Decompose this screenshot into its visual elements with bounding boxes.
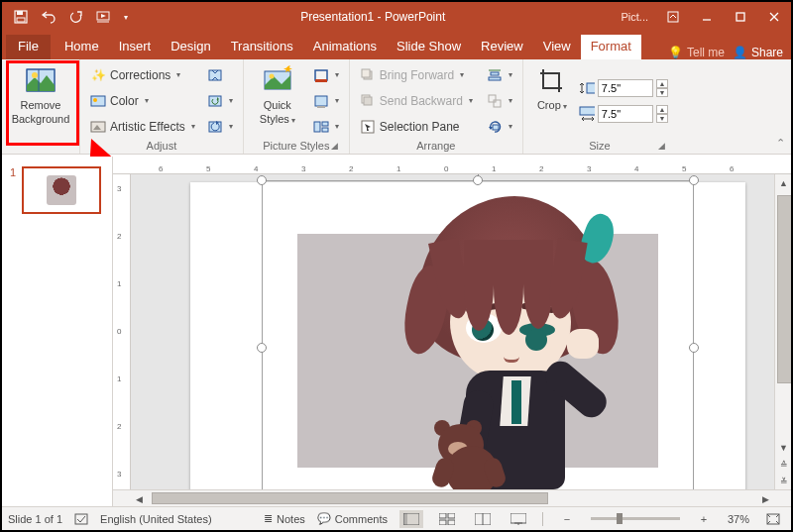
remove-background-label-2: Background (12, 113, 70, 125)
tab-view[interactable]: View (533, 35, 581, 59)
slide-canvas[interactable] (131, 174, 774, 489)
scroll-thumb-v[interactable] (777, 195, 793, 383)
quick-styles-button[interactable]: Quick Styles▾ (252, 63, 303, 138)
scroll-up-button[interactable]: ▲ (775, 174, 792, 191)
scroll-thumb-h[interactable] (152, 492, 548, 504)
remove-background-icon (25, 65, 57, 97)
bring-forward-button[interactable]: Bring Forward▾ (358, 64, 475, 86)
group-arrange-label: Arrange (358, 138, 514, 152)
scroll-down-button[interactable]: ▼ (775, 439, 792, 456)
reset-picture-button[interactable]: ▾ (205, 116, 235, 138)
normal-view-button[interactable] (399, 510, 423, 528)
svg-rect-41 (580, 107, 595, 115)
width-spinner[interactable]: ▲▼ (656, 105, 668, 123)
tab-transitions[interactable]: Transitions (221, 35, 303, 59)
minimize-button[interactable] (690, 2, 724, 32)
reading-view-button[interactable] (471, 510, 495, 528)
size-launcher[interactable]: ◢ (656, 140, 668, 152)
compress-pictures-button[interactable] (205, 64, 235, 86)
save-button[interactable] (8, 5, 34, 29)
vertical-scrollbar[interactable]: ▲ ▼ ≙ ≚ (774, 174, 791, 489)
app-window: ▾ Presentation1 - PowerPoint Pict... Fil… (0, 0, 793, 532)
tab-design[interactable]: Design (161, 35, 220, 59)
language-indicator[interactable]: English (United States) (100, 513, 212, 525)
tab-home[interactable]: Home (55, 35, 109, 59)
slide-thumbnail-1[interactable]: 1 (10, 166, 104, 214)
align-button[interactable]: ▾ (485, 64, 514, 86)
zoom-slider[interactable] (591, 517, 680, 520)
zoom-out-button[interactable]: − (555, 510, 579, 528)
slide-thumbnail-pane[interactable]: 1 (2, 157, 113, 506)
ribbon-tabs: File Home Insert Design Transitions Anim… (2, 32, 791, 59)
notes-button[interactable]: ≣Notes (264, 512, 305, 525)
reset-picture-icon (207, 119, 223, 135)
slide-sorter-view-button[interactable] (435, 510, 459, 528)
qat-customize-button[interactable]: ▾ (119, 5, 133, 29)
vertical-ruler[interactable]: 3210123 (113, 174, 131, 489)
chevron-down-icon: ▾ (509, 70, 512, 79)
start-from-beginning-button[interactable] (91, 5, 117, 29)
tab-insert[interactable]: Insert (109, 35, 162, 59)
svg-rect-32 (364, 97, 372, 105)
corrections-button[interactable]: ✨Corrections▾ (88, 64, 197, 86)
resize-handle-nw[interactable] (257, 175, 267, 185)
thumbnail-number: 1 (10, 166, 16, 214)
corrections-icon: ✨ (90, 67, 106, 83)
group-icon (487, 93, 503, 109)
tab-animations[interactable]: Animations (303, 35, 387, 59)
color-button[interactable]: Color▾ (88, 90, 197, 112)
spell-check-button[interactable] (74, 512, 88, 526)
slide-1[interactable] (190, 182, 745, 489)
maximize-button[interactable] (724, 2, 757, 32)
shape-height-input[interactable] (598, 79, 653, 97)
slideshow-view-button[interactable] (507, 510, 530, 528)
picture-effects-button[interactable]: ▾ (311, 90, 341, 112)
svg-point-15 (93, 98, 97, 102)
slide-indicator[interactable]: Slide 1 of 1 (8, 513, 62, 525)
previous-slide-button[interactable]: ≙ (775, 456, 792, 473)
horizontal-scrollbar[interactable]: ◀ ▶ (113, 489, 791, 506)
notes-icon: ≣ (264, 512, 273, 525)
shape-width-input[interactable] (598, 105, 653, 123)
redo-button[interactable] (63, 5, 89, 29)
collapse-ribbon-button[interactable]: ⌃ (776, 137, 785, 150)
horizontal-ruler[interactable]: 6543210123456 (113, 157, 791, 174)
close-button[interactable] (757, 2, 791, 32)
picture-styles-launcher[interactable]: ◢ (329, 140, 341, 152)
picture-border-button[interactable]: ▾ (311, 64, 341, 86)
rotate-button[interactable]: ▾ (485, 116, 514, 138)
crop-icon (536, 65, 568, 97)
scroll-right-button[interactable]: ▶ (757, 490, 774, 507)
picture-layout-button[interactable]: ▾ (311, 116, 341, 138)
fit-to-window-button[interactable] (761, 510, 785, 528)
remove-background-button[interactable]: Remove Background (8, 63, 73, 138)
group-objects-button[interactable]: ▾ (485, 90, 514, 112)
zoom-in-button[interactable]: + (692, 510, 716, 528)
height-icon (579, 80, 595, 96)
ribbon-display-options-button[interactable] (656, 2, 690, 32)
next-slide-button[interactable]: ≚ (775, 473, 792, 489)
send-backward-button[interactable]: Send Backward▾ (358, 90, 475, 112)
resize-handle-w[interactable] (257, 343, 267, 353)
tab-slide-show[interactable]: Slide Show (387, 35, 471, 59)
scroll-left-button[interactable]: ◀ (131, 490, 148, 507)
chevron-down-icon: ▾ (335, 96, 339, 105)
crop-button[interactable]: Crop▾ (531, 63, 573, 138)
resize-handle-e[interactable] (689, 343, 699, 353)
artistic-effects-button[interactable]: Artistic Effects▾ (88, 116, 197, 138)
chevron-down-icon: ▾ (509, 96, 512, 105)
zoom-level[interactable]: 37% (728, 513, 749, 525)
tell-me-button[interactable]: 💡Tell me (668, 46, 725, 59)
height-spinner[interactable]: ▲▼ (656, 79, 668, 97)
change-picture-button[interactable]: ▾ (205, 90, 235, 112)
tab-review[interactable]: Review (471, 35, 533, 59)
tab-format[interactable]: Format (581, 35, 641, 59)
selected-picture[interactable] (262, 180, 694, 489)
share-button[interactable]: 👤Share (733, 46, 783, 59)
resize-handle-ne[interactable] (689, 175, 699, 185)
selection-pane-button[interactable]: Selection Pane (358, 116, 475, 138)
undo-button[interactable] (36, 5, 61, 29)
tab-file[interactable]: File (6, 35, 51, 59)
resize-handle-n[interactable] (473, 175, 483, 185)
comments-button[interactable]: 💬Comments (317, 512, 388, 525)
